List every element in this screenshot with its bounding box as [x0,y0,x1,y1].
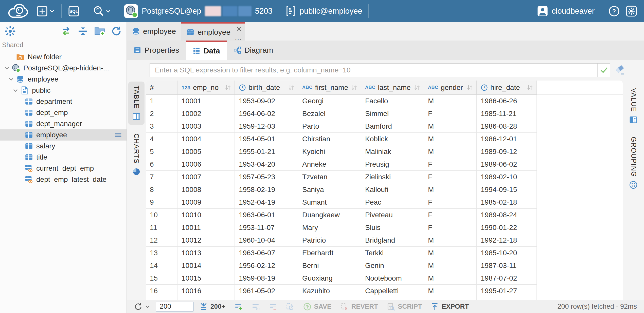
cell-emp_no[interactable]: 10008 [177,183,235,196]
cell-first_name[interactable]: Anneke [298,158,361,171]
cell-rownum[interactable]: 7 [146,171,177,183]
auto-refresh-button[interactable] [283,300,297,313]
cell-first_name[interactable]: Parto [298,120,361,133]
cell-emp_no[interactable]: 10003 [177,120,235,133]
table-row[interactable]: 14100141956-02-12BerniGeninM1987-03-11 [146,259,623,272]
table-row[interactable]: 4100041954-05-01ChirstianKoblickM1986-12… [146,133,623,145]
cell-last_name[interactable]: Preusig [361,158,424,171]
cell-gender[interactable]: F [424,171,477,183]
cell-hire_date[interactable]: 1986-06-26 [477,95,537,107]
cell-rownum[interactable]: 13 [146,247,177,259]
cell-hire_date[interactable]: 1985-10-20 [477,247,537,259]
cell-rownum[interactable]: 15 [146,272,177,285]
tree-item-dept-emp-latest-date[interactable]: dept_emp_latest_date [0,174,127,185]
sort-icon[interactable] [351,84,358,91]
tree-item-dept-emp[interactable]: dept_emp [0,107,127,118]
clear-filter-eraser-icon[interactable] [614,65,625,76]
cell-birth_date[interactable]: 1961-05-02 [235,285,298,297]
cell-birth_date[interactable]: 1963-06-07 [235,247,298,259]
cell-rownum[interactable]: 6 [146,158,177,171]
cell-birth_date[interactable]: 1953-11-07 [235,221,298,234]
cell-last_name[interactable]: Kalloufi [361,183,424,196]
delete-row-button[interactable] [265,300,280,313]
fetch-more-rows-button[interactable]: 200+ [196,300,228,313]
apply-filter-button[interactable] [597,64,610,77]
editor-tab-employee[interactable]: employee [127,22,181,41]
sidebar-settings-gear-icon[interactable] [5,26,16,37]
cell-hire_date[interactable]: 1992-12-18 [477,234,537,247]
tree-item-dept-manager[interactable]: dept_manager [0,118,127,129]
cell-first_name[interactable]: Mary [298,221,361,234]
cell-last_name[interactable]: Koblick [361,133,424,145]
cell-first_name[interactable]: Duangkaew [298,209,361,221]
cell-gender[interactable]: M [424,285,477,297]
refresh-result-button[interactable] [134,300,153,313]
sql-editor-button[interactable]: SQL [65,0,82,22]
sort-icon[interactable] [466,84,473,91]
cell-hire_date[interactable]: 1990-01-22 [477,221,537,234]
cell-birth_date[interactable]: 1960-10-04 [235,234,298,247]
tab-diagram[interactable]: Diagram [227,41,280,60]
user-menu[interactable]: cloudbeaver [533,6,598,17]
cell-last_name[interactable]: Zielinski [361,171,424,183]
cell-emp_no[interactable]: 10005 [177,145,235,158]
tree-item-salary[interactable]: salary [0,141,127,152]
cell-rownum[interactable]: 5 [146,145,177,158]
cell-rownum[interactable]: 11 [146,221,177,234]
cell-rownum[interactable]: 9 [146,196,177,209]
cell-gender[interactable]: M [424,272,477,285]
cell-first_name[interactable]: Kazuhito [298,285,361,297]
sql-filter-input[interactable] [150,64,597,77]
help-button[interactable]: ? [605,0,623,22]
cell-birth_date[interactable]: 1964-06-02 [235,107,298,120]
duplicate-row-button[interactable]: (+) [248,300,263,313]
table-row[interactable]: 13100131963-06-07EberhardtTerkkiM1985-10… [146,247,623,259]
cell-first_name[interactable]: Eberhardt [298,247,361,259]
cell-gender[interactable]: F [424,221,477,234]
add-row-button[interactable] [231,300,246,313]
sort-icon[interactable] [224,84,231,91]
column-header-hire_date[interactable]: hire_date [477,81,537,95]
cell-first_name[interactable]: Georgi [298,95,361,107]
cell-birth_date[interactable]: 1957-05-23 [235,171,298,183]
editor-tab-employee-active[interactable]: employee… [181,22,245,41]
cell-gender[interactable]: M [424,247,477,259]
cell-first_name[interactable]: Sumant [298,196,361,209]
cell-birth_date[interactable]: 1953-09-02 [235,95,298,107]
cell-emp_no[interactable]: 10007 [177,171,235,183]
cell-emp_no[interactable]: 10016 [177,285,235,297]
cell-gender[interactable]: M [424,133,477,145]
table-row[interactable]: 5100051955-01-21KyoichiMaliniakM1989-09-… [146,145,623,158]
cell-gender[interactable]: M [424,234,477,247]
cell-rownum[interactable]: 3 [146,120,177,133]
connection-selector[interactable]: PostgreSQL@ep 5203 [121,0,275,22]
cell-gender[interactable]: M [424,259,477,272]
cell-first_name[interactable]: Patricio [298,234,361,247]
cell-first_name[interactable]: Guoxiang [298,272,361,285]
cell-rownum[interactable]: 4 [146,133,177,145]
cell-birth_date[interactable]: 1955-01-21 [235,145,298,158]
cell-emp_no[interactable]: 10015 [177,272,235,285]
cell-first_name[interactable] [298,297,361,300]
cell-emp_no[interactable]: 10011 [177,221,235,234]
export-button[interactable]: EXPORT [427,300,472,313]
sort-icon[interactable] [414,84,421,91]
cell-rownum[interactable]: 16 [146,285,177,297]
cell-rownum[interactable]: 10 [146,209,177,221]
cell-last_name[interactable]: Facello [361,95,424,107]
schema-selector[interactable]: public@employee [282,0,365,22]
cell-rownum[interactable]: 12 [146,234,177,247]
tree-item-current-dept-emp[interactable]: current_dept_emp [0,163,127,174]
cell-hire_date[interactable] [477,297,537,300]
table-row[interactable]: 3100031959-12-03PartoBamfordM1986-08-28 [146,120,623,133]
cell-rownum[interactable]: 14 [146,259,177,272]
cell-rownum[interactable]: 1 [146,95,177,107]
cell-gender[interactable] [424,297,477,300]
row-menu-icon[interactable] [114,131,122,139]
column-header-rownum[interactable]: # [146,81,177,95]
column-header-first_name[interactable]: ABCfirst_name [298,81,361,95]
cell-hire_date[interactable]: 1994-09-15 [477,183,537,196]
cell-hire_date[interactable]: 1986-08-28 [477,120,537,133]
tree-item-title[interactable]: title [0,152,127,163]
table-row[interactable]: 9100091952-04-19SumantPeacF1985-02-18 [146,196,623,209]
